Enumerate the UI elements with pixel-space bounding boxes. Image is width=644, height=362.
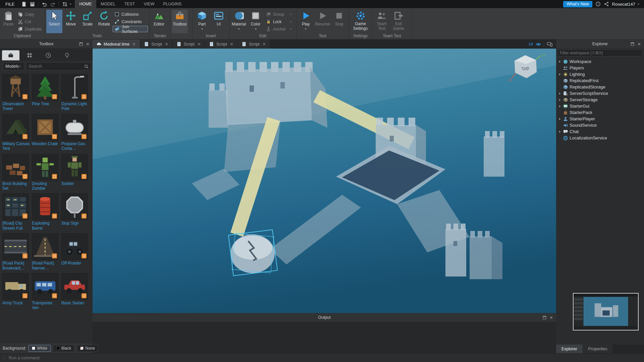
toolbox-tab-recent[interactable]	[40, 50, 57, 60]
device-emulation-icon[interactable]	[547, 41, 553, 47]
explorer-item-players[interactable]: Players	[556, 65, 644, 71]
stop-sign-thumbnail[interactable]	[61, 193, 88, 220]
filter-workspace-input[interactable]	[560, 51, 640, 55]
light-pole-thumbnail[interactable]	[61, 74, 88, 101]
menubar-tab-home[interactable]: HOME	[75, 0, 96, 8]
account-menu[interactable]: Rosecat147	[612, 2, 640, 7]
explorer-item-replicatedfirst[interactable]: ReplicatedFirst	[556, 77, 644, 84]
drag-grip-icon[interactable]	[3, 355, 6, 360]
document-tab-script-2[interactable]: Script	[173, 40, 205, 49]
search-icon[interactable]	[84, 64, 89, 69]
resume-button[interactable]: Resume	[315, 10, 331, 33]
chevron-down-icon[interactable]	[69, 3, 72, 6]
expand-arrow-icon[interactable]	[558, 105, 561, 108]
redo-icon[interactable]	[50, 1, 56, 7]
terrain-editor-button[interactable]: Editor	[151, 10, 167, 33]
dock-icon[interactable]	[630, 42, 635, 46]
whats-new-button[interactable]: What's New	[563, 1, 592, 7]
explorer-item-serverscriptservice[interactable]: ServerScriptService	[556, 90, 644, 97]
explorer-item-localizationservice[interactable]: LocalizationService	[556, 135, 644, 141]
file-menu-button[interactable]: FILE	[0, 0, 20, 8]
explorer-item-lighting[interactable]: Lighting	[556, 71, 644, 77]
toolbox-item-van[interactable]: Transporter Van	[32, 273, 61, 310]
close-icon[interactable]	[549, 315, 553, 320]
close-icon[interactable]	[164, 42, 169, 46]
team-test-button[interactable]: Team Test	[374, 10, 390, 33]
toolbox-tab-creations[interactable]	[58, 50, 76, 60]
explorer-item-starterplayer[interactable]: StarterPlayer	[556, 116, 644, 122]
close-icon[interactable]	[262, 42, 266, 46]
explorer-item-startergui[interactable]: StarterGui	[556, 103, 644, 109]
pine-tree-thumbnail[interactable]	[32, 74, 58, 101]
explorer-item-workspace[interactable]: Workspace	[556, 58, 644, 65]
ui-visibility-label[interactable]: UI	[529, 42, 533, 47]
toolbox-item-propane-tank[interactable]: Propane Gas Conta…	[61, 114, 91, 151]
search-input[interactable]	[29, 64, 83, 69]
close-icon[interactable]	[229, 42, 234, 46]
menubar-tab-model[interactable]: MODEL	[96, 0, 120, 8]
toolbox-item-pine-tree[interactable]: Pine Tree	[32, 74, 61, 111]
eye-icon[interactable]	[536, 42, 541, 47]
toolbox-item-offroader[interactable]: Off-Roader	[61, 233, 91, 270]
canvas-tent-thumbnail[interactable]	[2, 114, 29, 140]
toolbox-item-road-narrow[interactable]: [Road Pack] Narrow…	[32, 233, 61, 270]
toolbox-item-barrel[interactable]: Exploding Barrel	[32, 193, 61, 231]
toolbox-item-light-pole[interactable]: Dynamic Light Pole	[61, 74, 91, 111]
copy-button[interactable]: Copy	[16, 11, 43, 17]
toolbox-item-soldier[interactable]: Soldier	[61, 154, 91, 191]
soldier-thumbnail[interactable]	[61, 154, 88, 180]
road-boulevard-thumbnail[interactable]	[2, 233, 29, 260]
background-white-button[interactable]: White	[29, 345, 51, 352]
cut-button[interactable]: Cut	[16, 18, 43, 25]
collisions-toggle[interactable]: Collisions	[113, 11, 148, 17]
explorer-item-replicatedstorage[interactable]: ReplicatedStorage	[556, 84, 644, 90]
road-narrow-thumbnail[interactable]	[32, 233, 58, 260]
command-input[interactable]	[9, 356, 641, 360]
toolbox-tab-inventory[interactable]	[2, 50, 19, 60]
stop-button[interactable]: Stop	[331, 10, 347, 33]
expand-arrow-icon[interactable]	[558, 130, 561, 133]
document-tab-script-3[interactable]: Script	[205, 40, 238, 49]
toolbox-item-brick-set[interactable]: Brick Building Set	[2, 154, 32, 191]
explorer-item-soundservice[interactable]: SoundService	[556, 122, 644, 128]
ui-button[interactable]: UI	[211, 10, 227, 33]
undo-icon[interactable]	[42, 1, 47, 7]
toolbox-item-road-boulevard[interactable]: [Road Pack] Boulevard…	[2, 233, 32, 270]
help-icon[interactable]: ?	[595, 1, 601, 7]
toolbox-item-observation-tower[interactable]: Observation Tower	[2, 74, 32, 111]
scale-tool-button[interactable]: Scale	[79, 10, 96, 33]
explorer-item-chat[interactable]: Chat	[556, 128, 644, 135]
document-tab-script-1[interactable]: Script	[140, 40, 173, 49]
close-icon[interactable]	[86, 42, 90, 46]
part-button[interactable]: Part	[194, 10, 210, 33]
toolbox-item-zombie[interactable]: Drooling Zombie	[32, 154, 61, 191]
toolbox-item-wooden-crate[interactable]: Wooden Crate	[32, 114, 61, 151]
play-button[interactable]: Play	[298, 10, 314, 33]
join-surfaces-button[interactable]: Join Surfaces	[113, 26, 148, 32]
expand-arrow-icon[interactable]	[558, 73, 561, 76]
close-icon[interactable]	[197, 42, 201, 46]
game-settings-button[interactable]: Game Settings	[350, 10, 371, 33]
select-tool-button[interactable]: Select	[46, 10, 62, 33]
menubar-tab-test[interactable]: TEST	[120, 0, 139, 8]
save-icon[interactable]	[30, 1, 35, 7]
customize-toolbar-icon[interactable]	[62, 1, 68, 7]
close-icon[interactable]	[132, 42, 136, 46]
wooden-crate-thumbnail[interactable]	[32, 114, 58, 140]
dock-icon[interactable]	[79, 42, 83, 46]
close-icon[interactable]	[637, 42, 641, 46]
category-dropdown[interactable]: Models	[3, 62, 24, 70]
viewport-3d-scene[interactable]: Top Y X	[93, 49, 556, 313]
menubar-tab-plugins[interactable]: PLUGINS	[159, 0, 186, 8]
expand-arrow-icon[interactable]	[558, 92, 561, 95]
toolbox-item-sedan[interactable]: Basic Sedan	[61, 273, 91, 310]
background-none-button[interactable]: None	[77, 345, 98, 352]
document-tab-script-4[interactable]: Script	[238, 40, 270, 49]
expand-arrow-icon[interactable]	[558, 60, 561, 63]
toolbox-button[interactable]: Toolbox	[172, 10, 188, 33]
constraints-button[interactable]: Constraints	[113, 18, 148, 25]
lock-button[interactable]: Lock	[264, 18, 294, 25]
toolbox-item-canvas-tent[interactable]: Military Canvas Tent	[2, 114, 32, 151]
toolbox-item-road-city[interactable]: [Road] City Streets Full	[2, 193, 32, 231]
explorer-item-serverstorage[interactable]: ServerStorage	[556, 97, 644, 103]
